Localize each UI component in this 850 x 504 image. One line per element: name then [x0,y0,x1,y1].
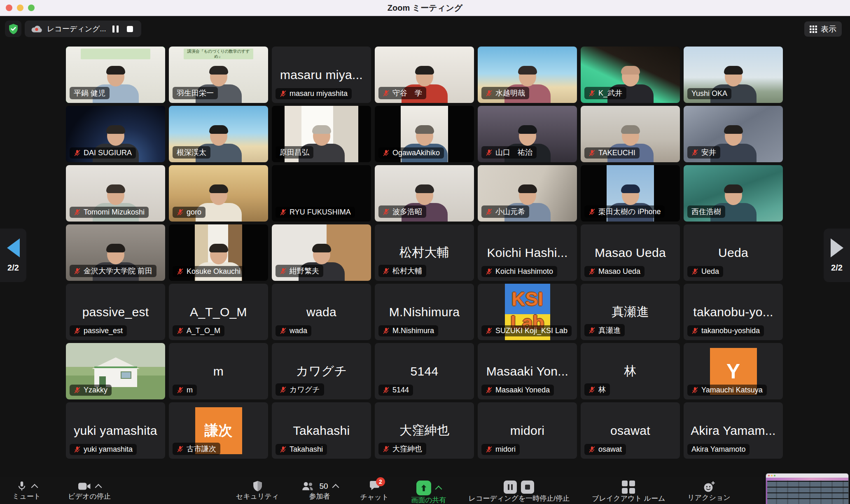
participant-name-label: takanobu-yoshida [687,325,764,336]
participant-tile[interactable]: 平鍋 健児 [66,47,165,103]
participant-tile[interactable]: 根深渓太 [169,106,268,162]
meeting-area: レコーディング... 表示 [0,16,850,504]
participant-tile[interactable]: yuki yamashita yuki yamashita [66,402,165,459]
participant-grid: 平鍋 健児 講演会『ものづくりの数学のすすめ』 羽生田栄一 masaru miy… [66,47,783,459]
participant-tile[interactable]: 波多浩昭 [375,165,474,222]
previous-page-button[interactable]: 2/2 [0,229,26,282]
participant-name-label: 平鍋 健児 [70,87,110,99]
participant-tile[interactable]: A_T_O_M A_T_O_M [169,284,268,340]
participant-name-label: wada [276,325,311,336]
participant-tile[interactable]: passive_est passive_est [66,284,165,340]
participant-tile[interactable]: M.Nishimura M.Nishimura [375,284,474,340]
participant-tile[interactable]: Akira Yamam... Akira Yamamoto [684,402,783,459]
view-button[interactable]: 表示 [804,21,842,37]
participant-name-text: Takahashi [290,445,323,454]
share-screen-button[interactable]: 画面の共有 [405,477,452,504]
participant-tile[interactable]: 栗田太樹の iPhone [581,165,680,222]
page-indicator: 2/2 [831,263,843,273]
participant-tile[interactable]: midori midori [478,402,577,459]
participants-button[interactable]: 50 参加者 [295,477,343,504]
mute-button[interactable]: ミュート [7,477,47,504]
participant-tile[interactable]: Takahashi Takahashi [272,402,371,459]
participant-tile[interactable]: masaru miya... masaru miyashita [272,47,371,103]
participant-tile[interactable]: Masao Ueda Masao Ueda [581,224,680,281]
participant-tile[interactable]: Masaaki Yon... Masaaki Yoneda [478,343,577,399]
participant-tile[interactable]: 松村大輔 松村大輔 [375,224,474,281]
toolbar-stop-recording-icon[interactable] [521,481,534,494]
toolbar-pause-recording-icon[interactable] [504,481,517,494]
participant-tile[interactable]: 林 林 [581,343,680,399]
fullscreen-window-button[interactable] [28,5,35,11]
mic-muted-icon [280,90,287,97]
reactions-button[interactable]: リアクション [682,477,736,504]
chat-button[interactable]: 2 チャット [355,477,395,504]
participant-tile[interactable]: 紺野繁夫 [272,224,371,281]
participant-tile[interactable]: Ueda Ueda [684,224,783,281]
participant-tile[interactable]: 5144 5144 [375,343,474,399]
participant-tile[interactable]: 小山元希 [478,165,577,222]
recording-pause-stop-button[interactable]: レコーディングを一時停止/停止 [463,477,576,504]
participant-tile[interactable]: DAI SUGIURA [66,106,165,162]
participant-name-label: 波多浩昭 [378,205,426,218]
participant-tile[interactable]: KSI Lab SUZUKI Koji_KSI Lab [478,284,577,340]
participant-tile[interactable]: Yzakky [66,343,165,399]
participant-tile[interactable]: osawat osawat [581,402,680,459]
figure-head [622,126,639,146]
participant-tile[interactable]: Tomomi Mizukoshi [66,165,165,222]
participant-tile[interactable]: RYU FUKUSHIMA [272,165,371,222]
figure-head [313,126,330,146]
mic-muted-icon [74,149,81,156]
participant-tile[interactable]: 西住浩樹 [684,165,783,222]
participant-tile[interactable]: takanobu-yo... takanobu-yoshida [684,284,783,340]
close-window-button[interactable] [6,5,12,11]
participant-tile[interactable]: 守谷 学 [375,47,474,103]
pause-recording-button[interactable] [111,24,121,34]
participant-tile[interactable]: OgawaAkihiko [375,106,474,162]
recording-button-label: レコーディングを一時停止/停止 [469,494,570,503]
participant-name-label: Koichi Hashimoto [481,266,557,277]
participant-tile[interactable]: Kosuke Okauchi [169,224,268,281]
participant-tile[interactable]: 水越明哉 [478,47,577,103]
recording-status-label: レコーディング... [47,24,106,34]
participant-tile[interactable]: 大窪紳也 大窪紳也 [375,402,474,459]
participant-tile[interactable]: 謙次 古市謙次 [169,402,268,459]
participant-tile[interactable]: Koichi Hashi... Koichi Hashimoto [478,224,577,281]
meeting-info-shield-button[interactable] [5,21,21,37]
participants-options-caret[interactable] [332,484,339,491]
share-options-caret[interactable] [435,485,442,492]
participant-name-text: 安井 [701,147,716,157]
mute-options-caret[interactable] [31,484,38,491]
security-button[interactable]: セキュリティ [230,477,285,504]
breakout-rooms-button-label: ブレイクアウト ルーム [592,494,665,503]
participant-name-label: Akira Yamamoto [687,444,750,455]
participant-tile[interactable]: 講演会『ものづくりの数学のすすめ』 羽生田栄一 [169,47,268,103]
participant-tile[interactable]: m m [169,343,268,399]
cloud-recording-icon [31,25,42,33]
participant-tile[interactable]: wada wada [272,284,371,340]
traffic-lights [6,5,35,11]
participant-tile[interactable]: 真瀬進 真瀬進 [581,284,680,340]
participant-tile[interactable]: TAKEUCHI [581,106,680,162]
participant-name-label: 守谷 学 [378,87,426,99]
participant-tile[interactable]: K_武井 [581,47,680,103]
mic-muted-icon [383,208,390,215]
breakout-rooms-button[interactable]: ブレイクアウト ルーム [586,477,671,504]
participant-name-label: TAKEUCHI [584,147,640,159]
stop-recording-button[interactable] [125,24,135,34]
participant-tile[interactable]: カワグチ カワグチ [272,343,371,399]
minimize-window-button[interactable] [17,5,23,11]
participant-name-label: 山口 祐治 [481,146,537,159]
participant-name-label: Ueda [687,266,723,277]
participant-tile[interactable]: Y Yamauchi Katsuya [684,343,783,399]
participant-tile[interactable]: 金沢大学大学院 前田 [66,224,165,281]
video-options-caret[interactable] [95,484,102,491]
participant-tile[interactable]: 山口 祐治 [478,106,577,162]
participant-tile[interactable]: 原田昌弘 [272,106,371,162]
next-page-button[interactable]: 2/2 [824,229,850,282]
participant-tile[interactable]: 安井 [684,106,783,162]
stop-video-button[interactable]: ビデオの停止 [62,477,117,504]
screen-share-preview-window[interactable] [766,474,848,504]
participant-tile[interactable]: Yushi OKA [684,47,783,103]
participant-tile[interactable]: goro [169,165,268,222]
participant-name-text: m [187,386,193,394]
